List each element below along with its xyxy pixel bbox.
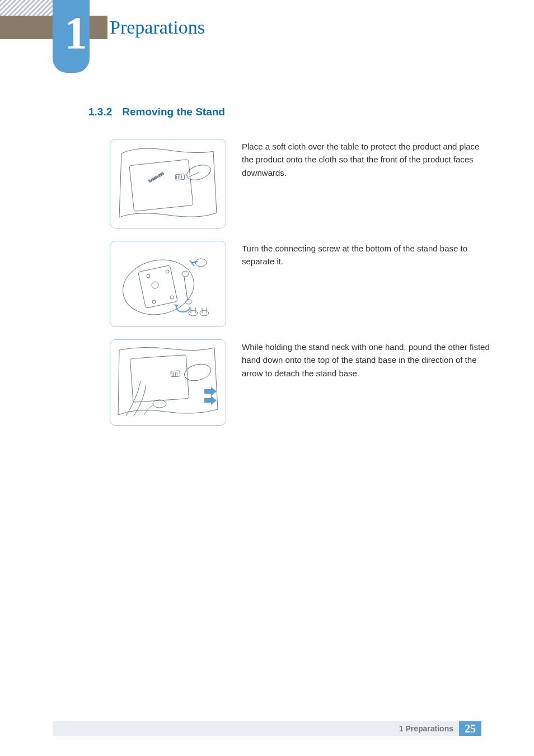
page-number: 25 — [459, 721, 481, 736]
chapter-number: 1 — [53, 7, 86, 59]
page: Preparations 1 1.3.2Removing the Stand — [0, 0, 534, 756]
section-title: Removing the Stand — [122, 106, 225, 118]
svg-point-16 — [152, 282, 158, 288]
step-text: Place a soft cloth over the table to pro… — [242, 139, 490, 228]
step-figure-1: SAMSUNG — [110, 139, 226, 228]
svg-point-18 — [182, 271, 189, 277]
chapter-title: Preparations — [107, 16, 534, 39]
svg-rect-2 — [129, 160, 193, 212]
svg-point-15 — [170, 296, 174, 299]
svg-rect-23 — [130, 355, 189, 403]
step: SAMSUNG Place a soft cloth over the tabl… — [110, 139, 490, 228]
svg-marker-1 — [0, 0, 56, 16]
steps-container: SAMSUNG Place a soft cloth over the tabl… — [110, 139, 490, 438]
svg-line-5 — [176, 176, 177, 179]
footer: 1 Preparations 25 — [53, 721, 481, 736]
header-hatch-decoration — [0, 0, 56, 16]
svg-point-14 — [152, 300, 156, 304]
svg-marker-32 — [204, 396, 217, 405]
svg-text:SAMSUNG: SAMSUNG — [148, 171, 165, 183]
arrow-right-icon — [204, 387, 217, 405]
svg-line-7 — [180, 175, 180, 179]
step-figure-3 — [110, 339, 226, 426]
svg-marker-31 — [204, 387, 217, 396]
svg-marker-20 — [174, 304, 179, 307]
step: While holding the stand neck with one ha… — [110, 339, 490, 426]
section-heading: 1.3.2Removing the Stand — [88, 106, 225, 118]
svg-line-8 — [181, 175, 182, 179]
section-number: 1.3.2 — [88, 106, 112, 118]
step-figure-2 — [110, 241, 226, 327]
svg-point-22 — [200, 310, 209, 316]
step: Turn the connecting screw at the bottom … — [110, 241, 490, 327]
svg-point-21 — [189, 310, 198, 316]
footer-label: 1 Preparations — [399, 724, 453, 733]
svg-line-6 — [178, 175, 179, 179]
svg-point-30 — [153, 400, 166, 408]
step-text: Turn the connecting screw at the bottom … — [242, 241, 490, 327]
svg-point-13 — [166, 270, 169, 273]
step-text: While holding the stand neck with one ha… — [242, 339, 490, 426]
svg-point-17 — [195, 259, 207, 267]
svg-point-12 — [147, 274, 150, 278]
